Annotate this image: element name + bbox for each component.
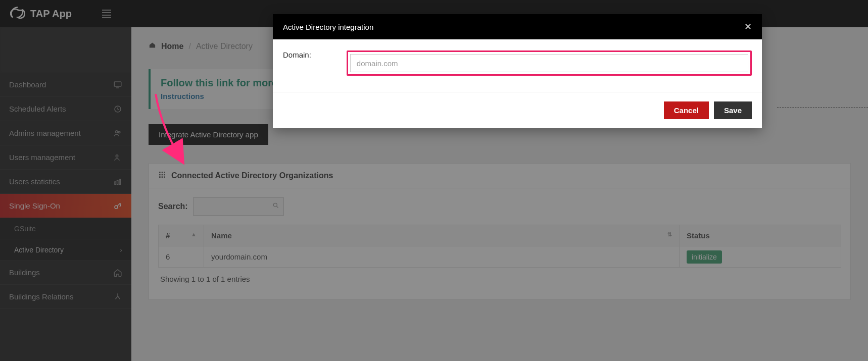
save-button[interactable]: Save (714, 101, 752, 119)
close-icon[interactable]: ✕ (744, 21, 752, 32)
domain-label: Domain: (283, 50, 311, 76)
domain-input-highlight (347, 50, 752, 76)
domain-input[interactable] (350, 54, 748, 72)
ad-integration-modal: Active Directory integration ✕ Domain: C… (273, 14, 762, 128)
modal-header: Active Directory integration ✕ (273, 14, 762, 39)
modal-title: Active Directory integration (283, 23, 373, 31)
modal-footer: Cancel Save (273, 92, 762, 128)
cancel-button[interactable]: Cancel (664, 101, 709, 119)
